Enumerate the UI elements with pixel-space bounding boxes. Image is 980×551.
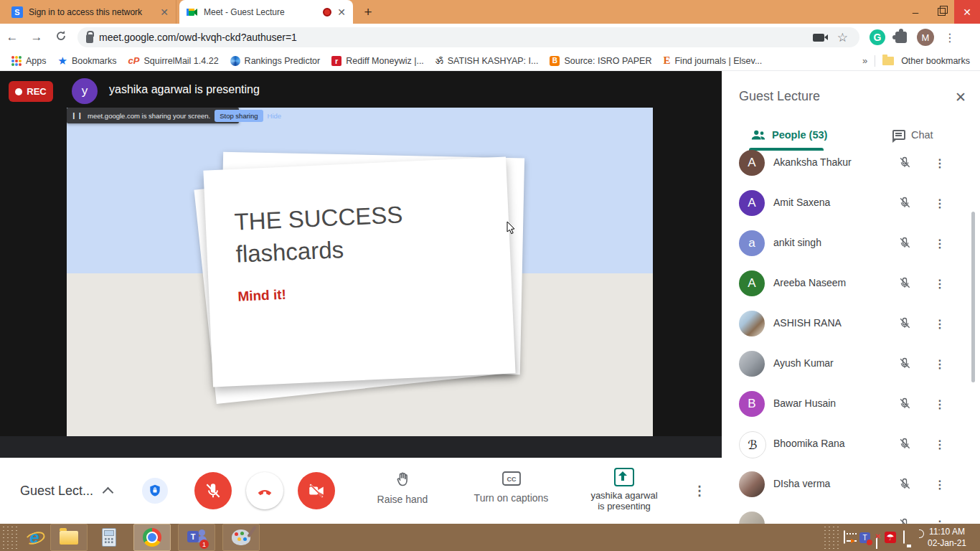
- hide-button[interactable]: Hide: [268, 112, 282, 120]
- avatar: A: [739, 190, 765, 216]
- profile-avatar[interactable]: M: [917, 29, 934, 46]
- taskbar-calculator[interactable]: [93, 524, 125, 551]
- new-tab-button[interactable]: +: [359, 3, 377, 22]
- more-options-icon[interactable]: ⋮: [691, 481, 708, 501]
- participant-row[interactable]: Ayush Kumar ⋮: [722, 344, 980, 384]
- pause-icon[interactable]: ❙❙: [71, 112, 83, 119]
- tab-chat[interactable]: Chat: [892, 129, 933, 141]
- participant-menu-icon[interactable]: ⋮: [933, 273, 947, 293]
- browser-toolbar: ← → meet.google.com/owd-kvqh-ckd?authuse…: [0, 24, 980, 51]
- tab-close-icon[interactable]: ✕: [160, 6, 169, 18]
- tab-people[interactable]: People (53): [750, 129, 827, 141]
- participant-row[interactable]: A Akanksha Thakur ⋮: [722, 143, 980, 183]
- bookmark-label: Rediff Moneywiz |...: [346, 56, 424, 66]
- participant-menu-icon[interactable]: ⋮: [933, 314, 947, 334]
- bookmark-apps[interactable]: Apps: [11, 56, 47, 66]
- taskbar-clock[interactable]: 11:10 AM 02-Jan-21: [921, 526, 973, 549]
- tab-sign-in[interactable]: Sign in to access this network ✕: [4, 0, 176, 24]
- address-bar[interactable]: meet.google.com/owd-kvqh-ckd?authuser=1 …: [77, 27, 859, 47]
- bookmarks-overflow-icon[interactable]: »: [862, 55, 867, 66]
- participant-menu-icon[interactable]: ⋮: [933, 434, 947, 454]
- forward-button[interactable]: →: [24, 30, 49, 44]
- camera-off-button[interactable]: [298, 472, 335, 509]
- bookmark-rediff[interactable]: Rediff Moneywiz |...: [331, 56, 424, 66]
- presenting-line1: yashika agarwal: [590, 490, 657, 501]
- taskbar-internet-explorer[interactable]: [19, 524, 50, 551]
- camera-permission-icon[interactable]: [813, 34, 824, 42]
- participant-row[interactable]: a ankit singh ⋮: [722, 223, 980, 263]
- presenting-status[interactable]: yashika agarwal is presenting: [574, 468, 674, 512]
- mic-off-button[interactable]: [194, 472, 232, 509]
- bookmark-star-icon[interactable]: ☆: [837, 30, 848, 45]
- bookmark-rankings[interactable]: Rankings Predictor: [230, 56, 321, 66]
- tab-meet[interactable]: Meet - Guest Lecture ✕: [179, 0, 353, 24]
- bookmark-label: Bookmarks: [72, 56, 117, 66]
- reload-button[interactable]: [49, 30, 73, 45]
- network-icon[interactable]: [903, 531, 905, 544]
- taskbar-chrome[interactable]: [133, 524, 171, 551]
- apps-grid-icon: [11, 56, 22, 66]
- back-button[interactable]: ←: [0, 30, 24, 44]
- window-minimize-button[interactable]: –: [903, 0, 928, 24]
- taskbar-teams[interactable]: 1: [178, 524, 215, 551]
- onscreen-keyboard-icon[interactable]: [844, 531, 845, 544]
- participant-menu-icon[interactable]: ⋮: [933, 394, 947, 414]
- avira-antivirus-icon[interactable]: [885, 532, 896, 543]
- other-bookmarks-button[interactable]: Other bookmarks: [901, 56, 970, 66]
- participant-row[interactable]: A Amit Saxena ⋮: [722, 183, 980, 223]
- participant-menu-icon[interactable]: ⋮: [933, 233, 947, 253]
- captions-button[interactable]: CC Turn on captions: [459, 471, 563, 504]
- taskbar-file-explorer[interactable]: [50, 524, 88, 551]
- participant-row[interactable]: DIsha verma ⋮: [722, 464, 980, 504]
- system-tray: 11:10 AM 02-Jan-21: [821, 524, 980, 551]
- participant-row[interactable]: ℬ Bhoomika Rana ⋮: [722, 424, 980, 464]
- mic-off-icon[interactable]: [897, 196, 912, 210]
- bookmark-squirrelmail[interactable]: SquirrelMail 1.4.22: [128, 55, 218, 66]
- bookmark-elsevier[interactable]: Find journals | Elsev...: [663, 55, 762, 67]
- participant-menu-icon[interactable]: ⋮: [933, 193, 947, 213]
- panel-scrollbar[interactable]: [971, 212, 975, 382]
- participant-menu-icon[interactable]: ⋮: [933, 354, 947, 374]
- grammarly-extension-icon[interactable]: [870, 29, 885, 45]
- mic-off-icon[interactable]: [897, 236, 912, 250]
- tray-teams-icon[interactable]: [859, 532, 870, 543]
- chevron-up-icon[interactable]: [103, 485, 114, 496]
- participant-name: Amit Saxena: [773, 197, 830, 208]
- tab-close-icon[interactable]: ✕: [337, 6, 346, 18]
- raise-hand-button[interactable]: Raise hand: [362, 471, 443, 505]
- mic-off-icon[interactable]: [897, 437, 912, 451]
- squirrelmail-icon: [128, 55, 139, 66]
- chrome-icon: [143, 528, 161, 547]
- meeting-name[interactable]: Guest Lect...: [20, 484, 93, 499]
- stop-sharing-button[interactable]: Stop sharing: [215, 110, 263, 122]
- mic-off-icon[interactable]: [897, 357, 912, 371]
- tray-grip: [821, 524, 840, 551]
- participant-menu-icon[interactable]: ⋮: [933, 474, 947, 494]
- participant-name: Bawar Husain: [773, 397, 836, 409]
- https-lock-icon[interactable]: [86, 34, 93, 43]
- panel-close-icon[interactable]: ✕: [953, 89, 969, 105]
- bookmark-isro-paper[interactable]: Source: ISRO PAPER: [550, 56, 651, 66]
- bookmark-satish-kashyap[interactable]: SATISH KASHYAP: I...: [435, 55, 539, 67]
- browser-menu-icon[interactable]: ⋮: [944, 31, 956, 44]
- mic-off-icon[interactable]: [897, 477, 912, 491]
- bookmark-bookmarks[interactable]: Bookmarks: [58, 55, 117, 67]
- participant-row[interactable]: B Bawar Husain ⋮: [722, 384, 980, 424]
- mic-off-icon[interactable]: [897, 156, 912, 170]
- leave-call-button[interactable]: [246, 472, 283, 509]
- participant-menu-icon[interactable]: ⋮: [933, 153, 947, 173]
- mic-off-icon[interactable]: [897, 316, 912, 331]
- extensions-icon[interactable]: [895, 32, 907, 43]
- mic-off-icon[interactable]: [897, 397, 912, 411]
- window-close-button[interactable]: ✕: [954, 0, 980, 24]
- host-controls-button[interactable]: [142, 478, 168, 504]
- window-restore-button[interactable]: [928, 0, 954, 24]
- participant-name: Bhoomika Rana: [773, 438, 845, 449]
- taskbar-paint[interactable]: [222, 524, 260, 551]
- url-text[interactable]: meet.google.com/owd-kvqh-ckd?authuser=1: [99, 32, 807, 43]
- participant-row[interactable]: ASHISH RANA ⋮: [722, 303, 980, 344]
- mic-off-icon[interactable]: [897, 276, 912, 291]
- tab-strip: Sign in to access this network ✕ Meet - …: [0, 0, 980, 24]
- captions-label: Turn on captions: [474, 492, 549, 504]
- participant-row[interactable]: A Areeba Naseem ⋮: [722, 263, 980, 303]
